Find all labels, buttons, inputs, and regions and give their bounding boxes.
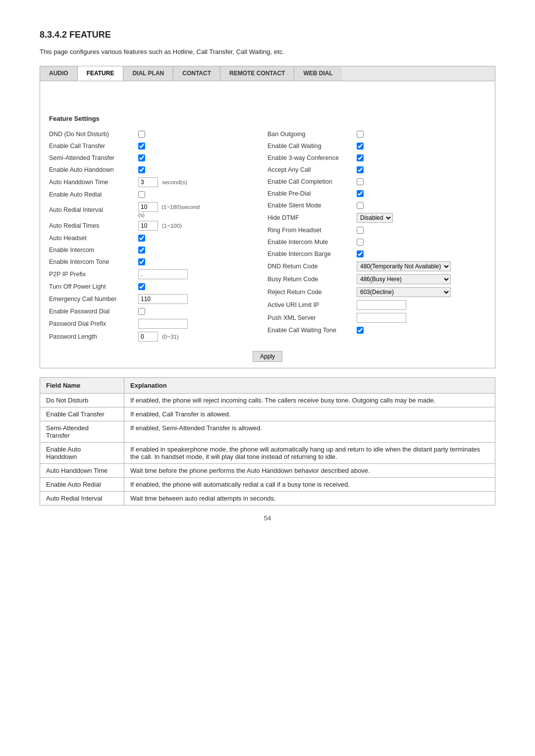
field-reject-return: Reject Return Code 603(Decline) 486(Busy… bbox=[268, 286, 486, 299]
auto-redial-checkbox[interactable] bbox=[138, 191, 145, 198]
waiting-tone-checkbox[interactable] bbox=[357, 327, 364, 334]
intercom-label: Enable Intercom bbox=[49, 247, 138, 253]
waiting-tone-label: Enable Call Waiting Tone bbox=[268, 327, 357, 334]
tab-web-dial[interactable]: WEB DIAL bbox=[294, 66, 341, 81]
field-silent-mode: Enable Silent Mode bbox=[268, 200, 486, 211]
field-pwd-prefix: Password Dial Prefix bbox=[49, 317, 268, 330]
dnd-return-select[interactable]: 480(Temporarily Not Available) 486(Busy … bbox=[357, 261, 451, 271]
busy-return-select[interactable]: 486(Busy Here) 480(Temporarily Not Avail… bbox=[357, 274, 451, 284]
table-field-name: Enable Call Transfer bbox=[40, 407, 124, 421]
field-pwd-length: Password Length (0~31) bbox=[49, 330, 268, 343]
explanation-table: Field Name Explanation Do Not DisturbIf … bbox=[40, 377, 495, 505]
field-call-completion: Enable Call Completion bbox=[268, 176, 486, 188]
right-column: Ban Outgoing Enable Call Waiting Enable … bbox=[268, 128, 486, 343]
dnd-checkbox[interactable] bbox=[138, 131, 145, 138]
tab-feature[interactable]: FEATURE bbox=[78, 66, 124, 81]
feature-panel: Feature Settings DND (Do Not Disturb) En… bbox=[40, 81, 495, 368]
pwd-dial-label: Enable Password Dial bbox=[49, 308, 138, 315]
intercom-mute-checkbox[interactable] bbox=[357, 239, 364, 246]
redial-times-input[interactable] bbox=[138, 221, 158, 231]
call-completion-label: Enable Call Completion bbox=[268, 178, 357, 185]
intercom-mute-label: Enable Intercom Mute bbox=[268, 239, 357, 246]
pwd-prefix-input[interactable] bbox=[138, 319, 188, 329]
auto-headset-label: Auto Headset bbox=[49, 235, 138, 242]
apply-button[interactable]: Apply bbox=[253, 351, 282, 362]
call-completion-checkbox[interactable] bbox=[357, 178, 364, 185]
redial-interval-input[interactable] bbox=[138, 202, 158, 212]
emergency-label: Emergency Call Number bbox=[49, 296, 138, 302]
intercom-barge-checkbox[interactable] bbox=[357, 251, 364, 257]
field-pwd-dial: Enable Password Dial bbox=[49, 305, 268, 317]
silent-mode-checkbox[interactable] bbox=[357, 202, 364, 209]
page-number: 54 bbox=[40, 514, 495, 522]
semi-attended-checkbox[interactable] bbox=[138, 154, 145, 161]
tab-bar: AUDIO FEATURE DIAL PLAN CONTACT REMOTE C… bbox=[40, 66, 495, 81]
intercom-tone-checkbox[interactable] bbox=[138, 258, 145, 265]
intercom-barge-label: Enable Intercom Barge bbox=[268, 251, 357, 257]
power-light-label: Turn Off Power Light bbox=[49, 283, 138, 290]
ring-headset-checkbox[interactable] bbox=[357, 227, 364, 234]
handdown-time-input[interactable] bbox=[138, 177, 158, 187]
p2p-input[interactable] bbox=[138, 269, 188, 279]
tab-audio[interactable]: AUDIO bbox=[40, 66, 78, 81]
hide-dtmf-select[interactable]: Disabled Delay Send bbox=[357, 213, 393, 223]
table-field-name: Semi-Attended Transfer bbox=[40, 421, 124, 442]
power-light-checkbox[interactable] bbox=[138, 283, 145, 290]
call-waiting-checkbox[interactable] bbox=[357, 143, 364, 150]
field-3way: Enable 3-way Conference bbox=[268, 152, 486, 164]
left-column: DND (Do Not Disturb) Enable Call Transfe… bbox=[49, 128, 268, 343]
table-row: Enable Call TransferIf enabled, Call Tra… bbox=[40, 407, 495, 421]
accept-any-checkbox[interactable] bbox=[357, 166, 364, 173]
call-waiting-label: Enable Call Waiting bbox=[268, 143, 357, 150]
reject-return-select[interactable]: 603(Decline) 486(Busy Here) 480(Temporar… bbox=[357, 287, 451, 297]
pwd-length-input[interactable] bbox=[138, 332, 158, 342]
tab-contact[interactable]: CONTACT bbox=[173, 66, 220, 81]
hide-dtmf-label: Hide DTMF bbox=[268, 214, 357, 221]
field-pre-dial: Enable Pre-Dial bbox=[268, 188, 486, 200]
field-waiting-tone: Enable Call Waiting Tone bbox=[268, 324, 486, 336]
busy-return-label: Busy Return Code bbox=[268, 276, 357, 283]
tab-dial-plan[interactable]: DIAL PLAN bbox=[123, 66, 173, 81]
table-explanation: If enabled in speakerphone mode, the pho… bbox=[124, 442, 495, 463]
dnd-return-label: DND Return Code bbox=[268, 263, 357, 270]
pwd-length-hint: (0~31) bbox=[162, 334, 179, 340]
tab-remote-contact[interactable]: REMOTE CONTACT bbox=[220, 66, 294, 81]
table-field-name: Auto Redial Interval bbox=[40, 491, 124, 505]
intercom-checkbox[interactable] bbox=[138, 247, 145, 253]
auto-redial-label: Enable Auto Redial bbox=[49, 191, 138, 198]
apply-wrap: Apply bbox=[49, 347, 486, 362]
handdown-time-label: Auto Handdown Time bbox=[49, 179, 138, 186]
redial-times-label: Auto Redial Times bbox=[49, 222, 138, 229]
ban-outgoing-checkbox[interactable] bbox=[357, 131, 364, 138]
field-intercom-mute: Enable Intercom Mute bbox=[268, 236, 486, 248]
field-push-xml: Push XML Server bbox=[268, 311, 486, 324]
table-field-name: Enable Auto Handdown bbox=[40, 442, 124, 463]
pwd-dial-checkbox[interactable] bbox=[138, 308, 145, 315]
emergency-input[interactable] bbox=[138, 294, 188, 304]
silent-mode-label: Enable Silent Mode bbox=[268, 202, 357, 209]
field-intercom-barge: Enable Intercom Barge bbox=[268, 248, 486, 260]
table-field-name: Do Not Disturb bbox=[40, 393, 124, 407]
table-explanation: If enabled, Semi-Attended Transfer is al… bbox=[124, 421, 495, 442]
field-uri-limit: Active URI Limit IP bbox=[268, 299, 486, 311]
field-ring-headset: Ring From Headset bbox=[268, 224, 486, 236]
field-power-light: Turn Off Power Light bbox=[49, 281, 268, 293]
3way-checkbox[interactable] bbox=[357, 154, 364, 161]
handdown-time-hint: second(s) bbox=[162, 179, 187, 185]
page-heading: 8.3.4.2 FEATURE bbox=[40, 30, 495, 40]
table-field-name: Auto Handdown Time bbox=[40, 463, 124, 477]
col1-header: Field Name bbox=[40, 377, 124, 393]
field-call-waiting: Enable Call Waiting bbox=[268, 140, 486, 152]
field-call-transfer: Enable Call Transfer bbox=[49, 140, 268, 152]
push-xml-input[interactable] bbox=[357, 313, 406, 323]
table-explanation: If enabled, Call Transfer is allowed. bbox=[124, 407, 495, 421]
pre-dial-checkbox[interactable] bbox=[357, 190, 364, 197]
call-transfer-checkbox[interactable] bbox=[138, 143, 145, 150]
auto-handdown-checkbox[interactable] bbox=[138, 166, 145, 173]
table-row: Enable Auto HanddownIf enabled in speake… bbox=[40, 442, 495, 463]
field-ban-outgoing: Ban Outgoing bbox=[268, 128, 486, 140]
auto-headset-checkbox[interactable] bbox=[138, 235, 145, 242]
uri-limit-input[interactable] bbox=[357, 300, 406, 310]
pre-dial-label: Enable Pre-Dial bbox=[268, 190, 357, 197]
table-explanation: Wait time between auto redial attempts i… bbox=[124, 491, 495, 505]
